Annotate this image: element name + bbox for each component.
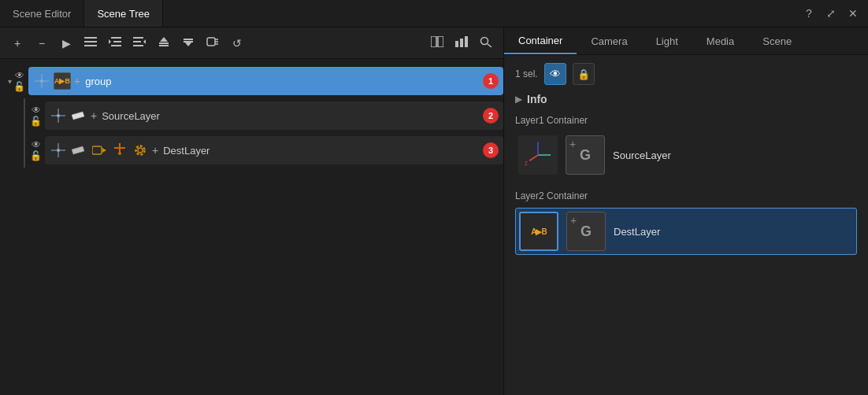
right-content: 1 sel. 👁 🔒 ▶ Info Layer1 Container <box>504 55 868 395</box>
svg-rect-4 <box>113 41 121 42</box>
remove-button[interactable]: − <box>31 32 53 54</box>
svg-rect-3 <box>111 37 121 39</box>
badge-group: 1 <box>483 73 499 89</box>
svg-rect-9 <box>133 45 143 46</box>
refresh-icon: ↺ <box>232 37 242 50</box>
svg-rect-5 <box>111 45 121 46</box>
tab-light[interactable]: Light <box>642 28 692 54</box>
tag-icon <box>206 36 219 50</box>
eye-icon: 👁 <box>550 68 561 80</box>
plus-source: + <box>91 109 97 122</box>
tab-scene[interactable]: Scene <box>748 28 806 54</box>
tag-button[interactable] <box>202 32 224 54</box>
svg-marker-38 <box>72 146 84 154</box>
lock-toggle[interactable]: 🔒 <box>573 63 595 85</box>
tree-item-inner-source[interactable]: + SourceLayer 2 <box>45 102 503 130</box>
svg-marker-13 <box>160 37 168 42</box>
tree-item-group[interactable]: ▾ 👁 🔓 A▶B + group 1 <box>0 64 503 98</box>
window-controls: ? ⤢ ✕ <box>799 0 868 27</box>
layer1-container-section: Layer1 Container X Z Y <box>515 115 857 178</box>
indent-more-button[interactable] <box>104 32 126 54</box>
svg-text:Y: Y <box>536 141 540 142</box>
svg-rect-24 <box>460 39 463 47</box>
lock-icon-source[interactable]: 🔓 <box>30 116 42 126</box>
svg-rect-8 <box>133 41 141 42</box>
svg-rect-0 <box>84 37 97 39</box>
add-icon: + <box>14 37 20 50</box>
add-button[interactable]: + <box>6 32 28 54</box>
tab-scene-editor[interactable]: Scene Editor <box>0 0 84 27</box>
svg-rect-1 <box>84 41 97 42</box>
close-button[interactable]: ✕ <box>843 3 863 24</box>
svg-point-43 <box>118 152 121 155</box>
visibility-toggle[interactable]: 👁 <box>544 63 566 85</box>
lock-icon-dest[interactable]: 🔓 <box>30 151 42 161</box>
tab-media[interactable]: Media <box>692 28 748 54</box>
plane-icon-source <box>70 107 87 124</box>
list-icon <box>84 36 97 50</box>
info-arrow[interactable]: ▶ <box>515 94 522 105</box>
wand-icon-dest <box>111 142 128 159</box>
indent-line-2 <box>24 133 25 168</box>
svg-rect-23 <box>455 41 458 47</box>
source-layer-container-item[interactable]: X Z Y + G SourceLayer <box>515 132 857 178</box>
plane-icon-dest <box>70 142 87 159</box>
scene-tree-content[interactable]: ▾ 👁 🔓 A▶B + group 1 <box>0 59 503 395</box>
list-button[interactable] <box>80 32 102 54</box>
tree-item-inner-group[interactable]: A▶B + group 1 <box>28 67 503 95</box>
axes-thumb-source: X Z Y <box>518 135 558 175</box>
move-up-button[interactable] <box>153 32 175 54</box>
source-layer-name: SourceLayer <box>613 150 671 161</box>
g-letter-source: G <box>580 147 591 164</box>
tree-label-group: group <box>85 76 477 87</box>
search-button[interactable] <box>475 32 497 54</box>
visibility-icon-source[interactable]: 👁 <box>32 105 41 115</box>
vis-lock-group: 👁 🔓 <box>13 71 25 91</box>
split-button[interactable] <box>426 32 448 54</box>
lock-icon-group[interactable]: 🔓 <box>13 82 25 91</box>
dest-layer-container-item[interactable]: A▶B + G DestLayer <box>515 208 857 255</box>
svg-line-27 <box>488 44 492 48</box>
plus-group: + <box>74 75 80 87</box>
tab-scene-tree[interactable]: Scene Tree <box>84 0 163 27</box>
tree-item-inner-dest[interactable]: + DestLayer 3 <box>45 136 503 164</box>
visibility-icon-group[interactable]: 👁 <box>15 71 24 80</box>
expand-button[interactable]: ⤢ <box>821 3 841 24</box>
remove-icon: − <box>39 37 45 50</box>
move-down-button[interactable] <box>177 32 199 54</box>
split-icon <box>431 36 443 50</box>
close-icon: ✕ <box>848 7 858 20</box>
indent-less-icon <box>133 36 146 50</box>
g-letter-dest: G <box>581 223 592 240</box>
play-icon: ▶ <box>62 37 71 50</box>
svg-marker-10 <box>143 39 146 44</box>
g-thumb-source: + G <box>566 135 605 175</box>
tree-label-source: SourceLayer <box>102 110 477 122</box>
video-icon-dest <box>91 142 108 159</box>
transform-icon-group <box>33 72 50 90</box>
tab-container[interactable]: Container <box>504 28 577 54</box>
ab-icon-group: A▶B <box>54 72 71 90</box>
tab-camera[interactable]: Camera <box>577 28 641 54</box>
svg-rect-11 <box>159 42 169 44</box>
expand-arrow-group[interactable]: ▾ <box>6 76 13 87</box>
play-button[interactable]: ▶ <box>55 32 77 54</box>
plus-dest: + <box>152 144 158 157</box>
visibility-icon-dest[interactable]: 👁 <box>32 140 41 150</box>
refresh-button[interactable]: ↺ <box>226 32 248 54</box>
tab-scene-tree-label: Scene Tree <box>97 8 150 20</box>
svg-rect-14 <box>184 39 193 40</box>
info-title: Info <box>527 93 547 105</box>
layer1-label: Layer1 Container <box>515 115 857 126</box>
tab-light-label: Light <box>656 35 678 47</box>
help-button[interactable]: ? <box>799 3 819 24</box>
ab-inner-dest: A▶B <box>531 227 546 236</box>
main-layout: + − ▶ <box>0 28 868 395</box>
badge-source: 2 <box>483 108 499 124</box>
indent-less-button[interactable] <box>128 32 150 54</box>
chart-button[interactable] <box>451 32 473 54</box>
tree-item-source-layer[interactable]: 👁 🔓 + SourceLayer 2 <box>0 98 503 133</box>
expand-icon: ⤢ <box>826 7 836 20</box>
tree-item-dest-layer[interactable]: 👁 🔓 <box>0 133 503 168</box>
plus-icon-source: + <box>569 138 576 150</box>
